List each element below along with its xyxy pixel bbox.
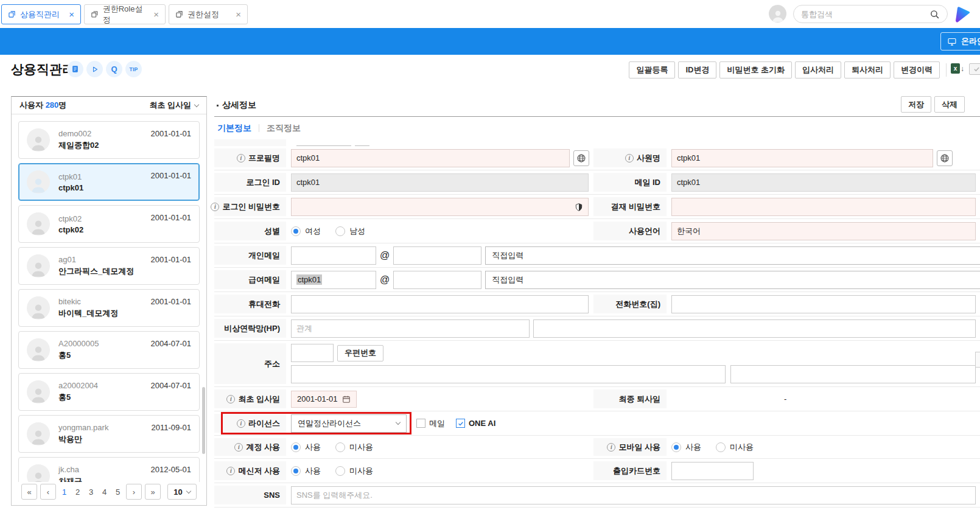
- salary-email-local-input[interactable]: ctpk01: [291, 271, 376, 289]
- personal-email-local-input[interactable]: [291, 246, 376, 265]
- info-icon[interactable]: i: [234, 443, 243, 452]
- address-line2-input[interactable]: [730, 365, 976, 383]
- close-tab-icon[interactable]: ×: [153, 10, 159, 19]
- sort-dropdown[interactable]: 최초 입사일: [149, 100, 198, 111]
- user-list-item[interactable]: A20000005홍5 2004-07-01: [18, 331, 200, 369]
- home-phone-input[interactable]: [671, 295, 976, 313]
- access-card-input[interactable]: [671, 462, 754, 480]
- window-tab[interactable]: 권한설정 ×: [169, 4, 248, 24]
- radio-messenger-use[interactable]: [291, 466, 301, 476]
- address-line1-input[interactable]: [291, 365, 726, 383]
- brand-logo-icon[interactable]: [951, 4, 973, 24]
- radio-mobile-use[interactable]: [671, 442, 681, 452]
- sns-input[interactable]: [291, 486, 976, 504]
- video-guide-icon[interactable]: [86, 61, 103, 77]
- user-list-item[interactable]: yongman.park박용만 2011-09-01: [18, 415, 200, 453]
- radio-messenger-unuse[interactable]: [335, 466, 345, 476]
- language-input[interactable]: [671, 222, 976, 240]
- salary-email-domain-input[interactable]: [393, 271, 481, 289]
- pagination-page[interactable]: 2: [72, 487, 83, 497]
- window-tab[interactable]: 상용직관리 ×: [1, 4, 81, 24]
- user-list-item[interactable]: a20002004홍5 2004-07-01: [18, 373, 200, 411]
- user-list-item[interactable]: bitekic바이텍_데모계정 2001-01-01: [18, 289, 200, 327]
- personal-email-domain-input[interactable]: [393, 246, 481, 265]
- radio-mobile-unuse[interactable]: [716, 442, 726, 452]
- user-list-item-selected[interactable]: ctpk01ctpk01 2001-01-01: [18, 163, 200, 201]
- save-button[interactable]: 저장: [901, 96, 931, 113]
- page-size-select[interactable]: 10: [167, 484, 197, 500]
- info-icon[interactable]: i: [226, 395, 235, 403]
- user-list-item[interactable]: demo002제일종합02 2001-01-01: [18, 121, 200, 159]
- emergency-number-input[interactable]: [533, 319, 976, 338]
- radio-account-use[interactable]: [291, 442, 301, 452]
- tip-badge[interactable]: TIP: [125, 61, 142, 77]
- pagination-page[interactable]: 1: [59, 487, 69, 497]
- approval-password-input[interactable]: [671, 198, 976, 216]
- radio-label: 여성: [305, 226, 321, 237]
- detail-form: i프로필명 i사원명 로그인 ID 메일 ID i로그인 비밀번호: [214, 139, 980, 508]
- user-name: ctpk02: [58, 225, 83, 234]
- mail-checkbox[interactable]: [416, 419, 425, 428]
- tab-org-info[interactable]: 조직정보: [267, 123, 301, 134]
- license-select[interactable]: 연말정산라이선스: [291, 414, 407, 433]
- emergency-relation-input[interactable]: [291, 319, 530, 338]
- salary-email-provider-select[interactable]: 직접입력: [485, 271, 980, 289]
- zip-search-button[interactable]: 우편번호: [337, 345, 383, 361]
- tab-basic-info[interactable]: 기본정보: [217, 123, 251, 134]
- quick-help-icon[interactable]: Q: [106, 61, 122, 77]
- pagination-page[interactable]: 4: [99, 487, 110, 497]
- manual-icon[interactable]: [67, 61, 83, 77]
- pagination-page[interactable]: 3: [86, 487, 96, 497]
- field-label-personal-email: 개인메일: [214, 246, 286, 265]
- hire-date-picker[interactable]: 2001-01-01: [291, 391, 357, 408]
- field-label-emergency-contact: 비상연락망(HP): [214, 319, 286, 338]
- login-password-input[interactable]: [291, 198, 589, 216]
- search-input[interactable]: [801, 10, 926, 19]
- globe-button[interactable]: [573, 150, 589, 166]
- radio-account-unuse[interactable]: [335, 442, 345, 452]
- check-window-icon[interactable]: [969, 63, 980, 75]
- online-button[interactable]: 온라인: [940, 32, 980, 51]
- selected-text: ctpk01: [296, 274, 322, 285]
- id-change-button[interactable]: ID변경: [678, 61, 716, 79]
- pagination-last[interactable]: »: [145, 484, 161, 500]
- info-icon[interactable]: i: [607, 443, 615, 452]
- toolbar-divider: [946, 63, 947, 77]
- profile-name-input[interactable]: [291, 149, 570, 167]
- search-icon[interactable]: [929, 9, 940, 19]
- close-tab-icon[interactable]: ×: [69, 10, 74, 19]
- window-tab[interactable]: 권한Role설정 ×: [84, 4, 166, 24]
- pagination-prev[interactable]: ‹: [40, 484, 56, 500]
- hire-process-button[interactable]: 입사처리: [795, 61, 841, 79]
- excel-download-icon[interactable]: x↓: [951, 63, 964, 74]
- user-list-item[interactable]: ag01안그라픽스_데모계정 2001-01-01: [18, 247, 200, 285]
- change-history-button[interactable]: 변경이력: [894, 61, 940, 79]
- radio-female[interactable]: [291, 226, 301, 236]
- pagination-page[interactable]: 5: [113, 487, 123, 497]
- info-icon[interactable]: i: [226, 467, 235, 475]
- scrollbar-thumb[interactable]: [202, 387, 205, 454]
- employee-name-input[interactable]: [671, 149, 933, 167]
- one-ai-checkbox[interactable]: [456, 419, 465, 428]
- pagination-next[interactable]: ›: [126, 484, 142, 500]
- user-list-item[interactable]: ctpk02ctpk02 2001-01-01: [18, 205, 200, 243]
- close-tab-icon[interactable]: ×: [236, 10, 241, 19]
- pagination-first[interactable]: «: [21, 484, 37, 500]
- info-icon[interactable]: i: [625, 154, 634, 162]
- window-tab-label: 상용직관리: [20, 9, 60, 20]
- user-avatar[interactable]: [769, 5, 786, 23]
- info-icon[interactable]: i: [211, 203, 219, 211]
- radio-male[interactable]: [335, 226, 345, 236]
- delete-button[interactable]: 삭제: [934, 96, 965, 113]
- info-icon[interactable]: i: [237, 154, 245, 162]
- user-list-item[interactable]: jk.cha차재규 2012-05-01: [18, 457, 200, 482]
- resign-process-button[interactable]: 퇴사처리: [844, 61, 891, 79]
- password-reset-button[interactable]: 비밀번호 초기화: [719, 61, 792, 79]
- globe-button[interactable]: [937, 150, 953, 166]
- shield-icon[interactable]: [575, 203, 583, 212]
- bulk-register-button[interactable]: 일괄등록: [629, 61, 675, 79]
- zip-code-input[interactable]: [291, 344, 334, 362]
- info-icon[interactable]: i: [237, 419, 245, 428]
- personal-email-provider-select[interactable]: 직접입력: [485, 246, 980, 265]
- mobile-phone-input[interactable]: [291, 295, 589, 313]
